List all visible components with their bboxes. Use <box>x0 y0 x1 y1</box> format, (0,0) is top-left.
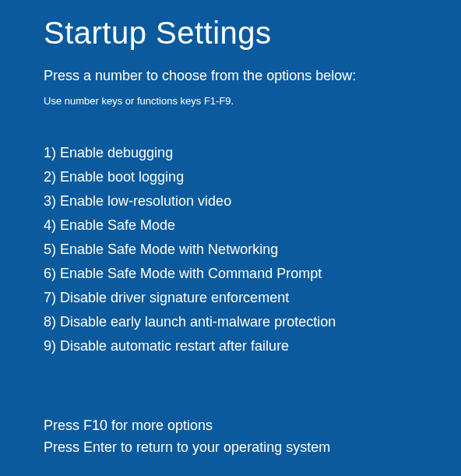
footer: Press F10 for more options Press Enter t… <box>44 415 330 459</box>
more-options-hint: Press F10 for more options <box>44 415 330 437</box>
option-5[interactable]: 5) Enable Safe Mode with Networking <box>44 238 461 262</box>
option-1[interactable]: 1) Enable debugging <box>44 141 461 165</box>
hint-text: Use number keys or functions keys F1-F9. <box>44 95 461 107</box>
option-2[interactable]: 2) Enable boot logging <box>44 165 461 189</box>
option-6[interactable]: 6) Enable Safe Mode with Command Prompt <box>44 262 461 286</box>
option-9[interactable]: 9) Disable automatic restart after failu… <box>44 334 461 358</box>
option-4[interactable]: 4) Enable Safe Mode <box>44 213 461 238</box>
instruction-text: Press a number to choose from the option… <box>44 68 461 84</box>
return-hint: Press Enter to return to your operating … <box>44 437 330 459</box>
page-title: Startup Settings <box>44 16 461 51</box>
option-7[interactable]: 7) Disable driver signature enforcement <box>44 286 461 310</box>
options-list: 1) Enable debugging 2) Enable boot loggi… <box>44 141 461 358</box>
option-8[interactable]: 8) Disable early launch anti-malware pro… <box>44 310 461 334</box>
option-3[interactable]: 3) Enable low-resolution video <box>44 189 461 213</box>
